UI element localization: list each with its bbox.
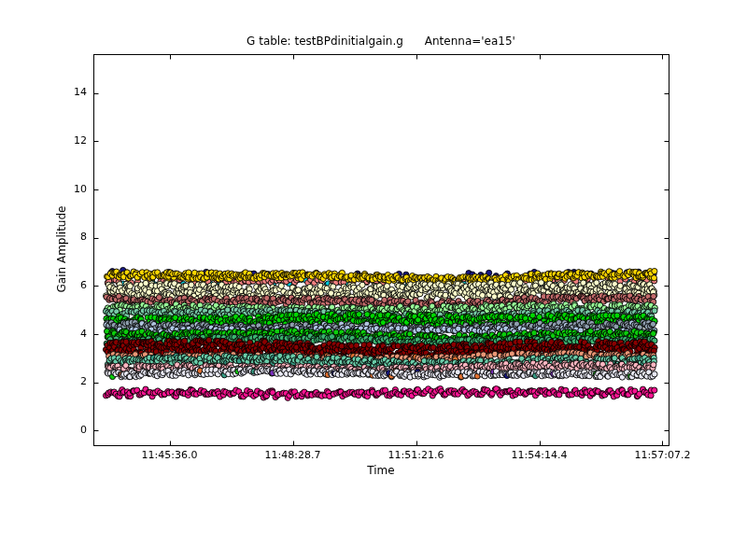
x-tick-label: 11:51:21.6 — [365, 449, 468, 461]
y-tick-label: 2 — [50, 375, 87, 387]
x-axis-label: Time — [93, 464, 669, 477]
y-tick-label: 0 — [50, 424, 87, 436]
y-tick-label: 6 — [50, 279, 87, 291]
x-tick-label: 11:54:14.4 — [488, 449, 591, 461]
x-tick-label: 11:48:28.7 — [242, 449, 345, 461]
y-tick-label: 4 — [50, 328, 87, 340]
y-tick-label: 8 — [50, 231, 87, 243]
x-tick-label: 11:57:07.2 — [611, 449, 713, 461]
x-tick-label: 11:45:36.0 — [119, 449, 221, 461]
y-tick-label: 14 — [50, 86, 87, 98]
y-tick-label: 12 — [50, 134, 87, 147]
y-tick-label: 10 — [50, 183, 87, 195]
plot-title: G table: testBPdinitialgain.g Antenna='e… — [93, 35, 669, 48]
plot-figure: G table: testBPdinitialgain.g Antenna='e… — [0, 0, 747, 560]
